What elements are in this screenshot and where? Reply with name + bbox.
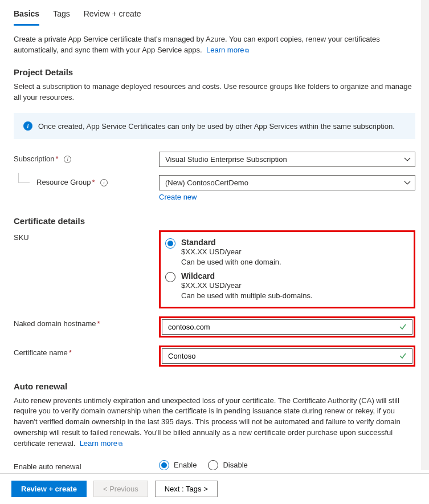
certificate-name-input[interactable] <box>162 348 412 364</box>
intro-body: Create a private App Service certificate… <box>14 35 380 54</box>
intro-text: Create a private App Service certificate… <box>14 34 415 56</box>
info-icon[interactable]: i <box>100 179 108 186</box>
radio-checked-icon[interactable] <box>165 238 175 249</box>
sku-wildcard-price: $XX.XX USD/year <box>181 281 313 291</box>
tab-basics[interactable]: Basics <box>14 7 39 26</box>
checkmark-icon <box>399 352 407 360</box>
previous-button: < Previous <box>93 481 148 497</box>
sku-label: SKU <box>14 230 159 242</box>
certificate-details-title: Certificate details <box>14 216 415 226</box>
certificate-name-label: Certificate name* <box>14 346 159 357</box>
auto-renewal-disable-option[interactable]: Disable <box>208 460 247 470</box>
radio-unchecked-icon[interactable] <box>165 272 175 282</box>
subscription-select[interactable]: Visual Studio Enterprise Subscription <box>159 152 415 167</box>
learn-more-link-auto-renewal[interactable]: Learn more⧉ <box>80 439 122 448</box>
checkmark-icon <box>399 323 407 331</box>
sku-standard-option[interactable]: Standard $XX.XX USD/year Can be used wit… <box>165 235 408 269</box>
enable-auto-renewal-label: Enable auto renewal <box>14 460 159 470</box>
sku-wildcard-option[interactable]: Wildcard $XX.XX USD/year Can be used wit… <box>165 269 408 303</box>
enable-label: Enable <box>174 461 197 469</box>
tree-connector <box>18 173 30 183</box>
tab-review-create[interactable]: Review + create <box>84 7 141 26</box>
resource-group-label: Resource Group* i <box>36 175 108 186</box>
radio-checked-icon[interactable] <box>159 460 169 470</box>
tab-bar: Basics Tags Review + create <box>14 7 415 26</box>
sku-standard-desc: Can be used with one domain. <box>181 257 281 267</box>
sku-standard-price: $XX.XX USD/year <box>181 247 281 257</box>
create-new-link[interactable]: Create new <box>159 193 197 201</box>
auto-renewal-title: Auto renewal <box>14 381 415 391</box>
naked-domain-highlight <box>159 316 415 338</box>
wizard-footer: Review + create < Previous Next : Tags > <box>0 473 429 504</box>
next-button[interactable]: Next : Tags > <box>155 481 218 497</box>
external-link-icon: ⧉ <box>119 441 122 447</box>
resource-group-select[interactable]: (New) ContosoCertDemo <box>159 175 415 190</box>
naked-domain-label: Naked domain hostname* <box>14 316 159 328</box>
external-link-icon: ⧉ <box>245 47 249 54</box>
naked-domain-input[interactable] <box>162 319 412 335</box>
sku-wildcard-title: Wildcard <box>181 271 313 281</box>
project-details-desc: Select a subscription to manage deployed… <box>14 82 415 103</box>
sku-options-highlight: Standard $XX.XX USD/year Can be used wit… <box>159 230 415 308</box>
auto-renewal-enable-option[interactable]: Enable <box>159 460 197 470</box>
learn-more-link-intro[interactable]: Learn more⧉ <box>206 46 249 54</box>
subscription-label: Subscription* i <box>14 152 159 163</box>
info-banner-text: Once created, App Service Certificates c… <box>38 122 395 131</box>
disable-label: Disable <box>223 461 247 469</box>
certificate-name-highlight <box>159 346 415 367</box>
info-icon[interactable]: i <box>64 156 71 163</box>
project-details-title: Project Details <box>14 67 415 77</box>
info-banner: i Once created, App Service Certificates… <box>14 113 415 139</box>
radio-unchecked-icon[interactable] <box>208 460 218 470</box>
auto-renewal-desc: Auto renew prevents untimely expiration … <box>14 396 415 449</box>
vertical-scrollbar[interactable] <box>421 0 429 470</box>
sku-wildcard-desc: Can be used with multiple sub-domains. <box>181 291 313 301</box>
review-create-button[interactable]: Review + create <box>11 481 87 497</box>
sku-standard-title: Standard <box>181 238 281 247</box>
info-icon: i <box>23 121 32 131</box>
tab-tags[interactable]: Tags <box>53 7 70 26</box>
